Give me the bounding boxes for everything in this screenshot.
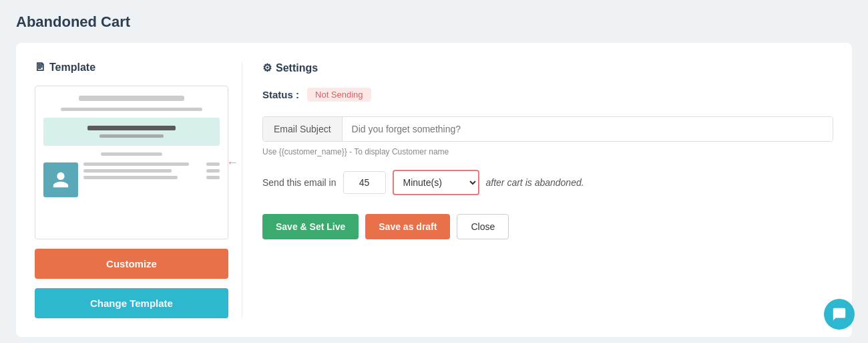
settings-section-title: ⚙ Settings bbox=[262, 62, 833, 74]
avatar-icon bbox=[51, 170, 70, 189]
preview-line-3 bbox=[101, 152, 162, 156]
send-label: Send this email in bbox=[262, 177, 337, 188]
template-preview: ← bbox=[35, 86, 228, 239]
main-card: 🖹 Template bbox=[16, 43, 852, 337]
page-wrapper: Abandoned Cart 🖹 Template bbox=[0, 0, 868, 343]
chat-bubble[interactable] bbox=[824, 299, 855, 330]
email-subject-label: Email Subject bbox=[263, 117, 343, 141]
hint-text: Use {{customer_name}} - To display Custo… bbox=[262, 147, 833, 156]
action-buttons: Save & Set Live Save as draft Close bbox=[262, 214, 833, 239]
template-icon: 🖹 bbox=[35, 62, 45, 74]
template-title-label: Template bbox=[49, 62, 95, 74]
send-row: Send this email in Minute(s) Hour(s) Day… bbox=[262, 170, 833, 195]
save-draft-button[interactable]: Save as draft bbox=[365, 214, 450, 239]
preview-line-2 bbox=[61, 108, 202, 111]
after-label: after cart is abandoned. bbox=[486, 177, 584, 188]
right-panel: ⚙ Settings Status : Not Sending Email Su… bbox=[242, 62, 833, 318]
page-title: Abandoned Cart bbox=[16, 13, 852, 31]
change-template-button[interactable]: Change Template bbox=[35, 288, 228, 318]
preview-green-line-2 bbox=[99, 134, 164, 138]
send-number-input[interactable] bbox=[343, 171, 386, 194]
preview-icon-bar-3 bbox=[206, 176, 220, 179]
preview-line-1 bbox=[79, 96, 184, 101]
preview-icon-bar-2 bbox=[206, 169, 220, 173]
preview-bottom-row bbox=[43, 162, 220, 197]
template-section-title: 🖹 Template bbox=[35, 62, 228, 74]
status-row: Status : Not Sending bbox=[262, 88, 833, 102]
close-button[interactable]: Close bbox=[457, 214, 509, 239]
preview-green-line-1 bbox=[87, 126, 176, 130]
chat-icon bbox=[832, 307, 847, 322]
settings-icon: ⚙ bbox=[262, 62, 272, 74]
preview-icon-bar-1 bbox=[206, 162, 220, 166]
preview-avatar bbox=[43, 162, 78, 197]
preview-icon-bars bbox=[206, 162, 220, 179]
email-subject-row: Email Subject bbox=[262, 116, 833, 142]
send-unit-select[interactable]: Minute(s) Hour(s) Day(s) bbox=[393, 170, 479, 195]
save-set-live-button[interactable]: Save & Set Live bbox=[262, 214, 359, 239]
status-label: Status : bbox=[262, 89, 299, 100]
preview-green-block bbox=[43, 118, 220, 146]
settings-title-label: Settings bbox=[276, 62, 318, 74]
customize-button[interactable]: Customize bbox=[35, 249, 228, 279]
email-subject-input[interactable] bbox=[343, 117, 833, 141]
status-badge: Not Sending bbox=[307, 88, 371, 102]
preview-arrow: ← bbox=[226, 156, 238, 170]
preview-text-lines bbox=[83, 162, 201, 179]
left-panel: 🖹 Template bbox=[35, 62, 242, 318]
preview-text-line-2 bbox=[83, 169, 172, 173]
preview-text-line-1 bbox=[83, 162, 189, 166]
preview-text-line-3 bbox=[83, 176, 178, 179]
